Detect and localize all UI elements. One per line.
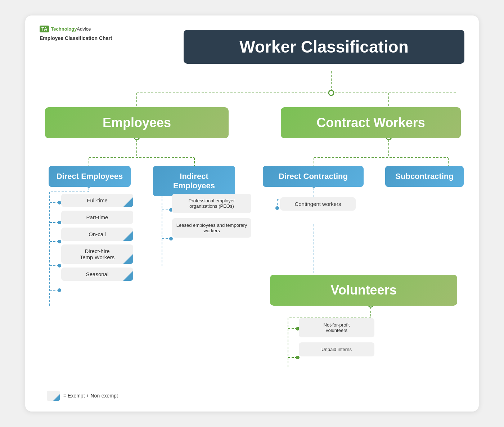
leaf-contingent: Contingent workers xyxy=(280,197,356,211)
main-title: Worker Classification xyxy=(194,37,454,57)
direct-contracting-box: Direct Contracting xyxy=(263,166,364,187)
indirect-emp-leaves: Professional employer organizations (PEO… xyxy=(172,194,251,238)
main-title-box: Worker Classification xyxy=(184,30,464,64)
svg-point-44 xyxy=(58,264,61,268)
svg-point-43 xyxy=(58,240,61,243)
leaf-direct-hire: Direct-hireTemp Workers xyxy=(61,244,133,264)
leaf-nonprofit: Not-for-profitvolunteers xyxy=(299,318,374,337)
direct-contracting-label: Direct Contracting xyxy=(268,172,359,181)
direct-emp-leaves: Full-time Part-time On-call Direct-hireT… xyxy=(61,194,133,281)
svg-point-48 xyxy=(275,206,279,210)
direct-employees-box: Direct Employees xyxy=(49,166,131,187)
indirect-employees-label: Indirect Employees xyxy=(158,172,230,190)
leaf-on-call: On-call xyxy=(61,228,133,241)
direct-employees-label: Direct Employees xyxy=(54,172,126,181)
logo-badge: TA TechnologyAdvice xyxy=(40,26,112,32)
contract-workers-label: Contract Workers xyxy=(288,115,454,130)
svg-point-41 xyxy=(58,201,61,204)
leaf-leased: Leased employees and temporary workers xyxy=(172,218,251,238)
employees-label: Employees xyxy=(52,115,221,130)
volunteers-label: Volunteers xyxy=(277,283,450,298)
legend-icon xyxy=(47,391,60,401)
legend-text: = Exempt + Non-exempt xyxy=(63,393,118,399)
logo-area: TA TechnologyAdvice Employee Classificat… xyxy=(40,26,112,41)
chart-subtitle: Employee Classification Chart xyxy=(40,35,112,41)
contract-workers-box: Contract Workers xyxy=(281,107,461,138)
svg-point-45 xyxy=(58,288,61,292)
direct-con-leaves: Contingent workers xyxy=(280,197,356,211)
employees-box: Employees xyxy=(45,107,229,138)
volunteers-leaves: Not-for-profitvolunteers Unpaid interns xyxy=(299,318,374,356)
logo-brand: TechnologyAdvice xyxy=(51,26,91,32)
indirect-employees-box: Indirect Employees xyxy=(153,166,235,196)
leaf-seasonal: Seasonal xyxy=(61,268,133,281)
leaf-part-time: Part-time xyxy=(61,211,133,224)
leaf-unpaid-interns: Unpaid interns xyxy=(299,342,374,356)
subcontracting-label: Subcontracting xyxy=(390,172,459,181)
logo-ta-badge: TA xyxy=(40,26,49,32)
main-card: TA TechnologyAdvice Employee Classificat… xyxy=(25,15,479,412)
svg-point-42 xyxy=(58,221,61,224)
subcontracting-box: Subcontracting xyxy=(385,166,464,187)
leaf-full-time: Full-time xyxy=(61,194,133,207)
svg-point-34 xyxy=(329,90,334,95)
legend: = Exempt + Non-exempt xyxy=(47,391,118,401)
leaf-peo: Professional employer organizations (PEO… xyxy=(172,194,251,213)
volunteers-box: Volunteers xyxy=(270,275,457,306)
